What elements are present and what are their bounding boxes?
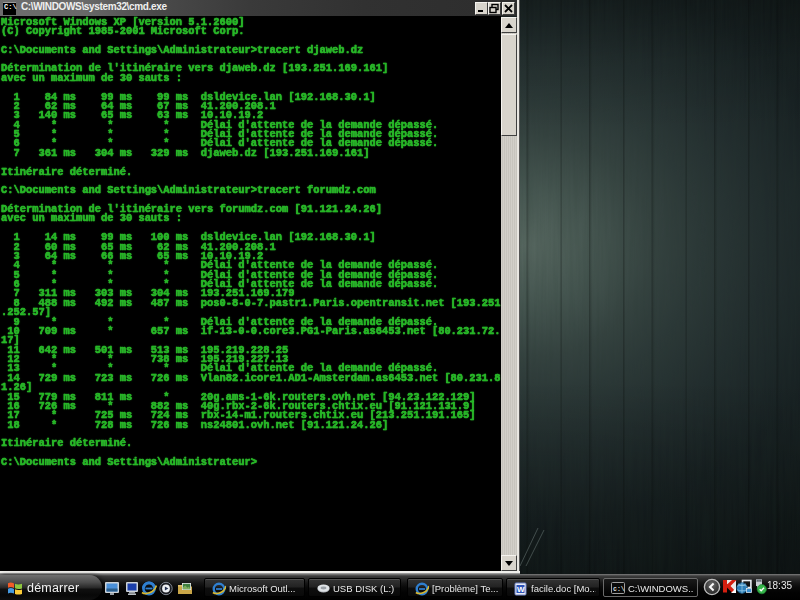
svg-text:c:\: c:\ bbox=[613, 586, 625, 593]
svg-text:W: W bbox=[517, 585, 525, 594]
